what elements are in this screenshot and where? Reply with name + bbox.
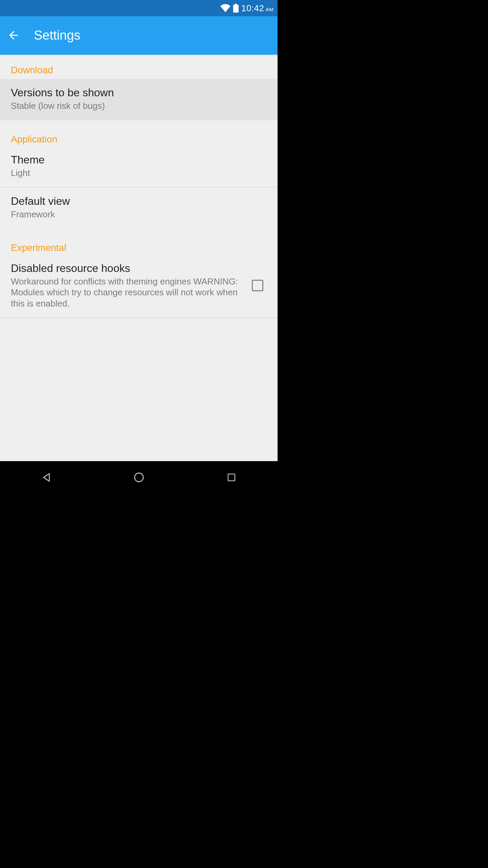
arrow-left-icon: [7, 29, 20, 42]
appbar: Settings: [0, 16, 278, 55]
row-theme[interactable]: Theme Light: [0, 146, 278, 188]
screen: 10:42 AM Settings Download Versions to b…: [0, 0, 278, 494]
settings-content[interactable]: Download Versions to be shown Stable (lo…: [0, 55, 278, 461]
status-time-value: 10:42: [241, 3, 264, 14]
nav-back-button[interactable]: [30, 461, 63, 494]
page-title: Settings: [34, 28, 80, 43]
svg-rect-1: [233, 5, 239, 13]
row-subtitle: Framework: [11, 209, 267, 220]
square-recent-icon: [226, 472, 237, 482]
svg-point-2: [135, 473, 143, 482]
section-header-experimental: Experimental: [0, 229, 278, 255]
disabled-resource-hooks-checkbox[interactable]: [252, 280, 263, 291]
circle-home-icon: [133, 472, 145, 483]
row-versions-to-be-shown[interactable]: Versions to be shown Stable (low risk of…: [0, 79, 278, 120]
svg-rect-3: [228, 474, 235, 481]
row-subtitle: Stable (low risk of bugs): [11, 100, 267, 112]
wifi-icon: [220, 4, 230, 12]
divider: [0, 318, 278, 318]
row-subtitle: Workaround for conflicts with theming en…: [11, 276, 246, 309]
row-default-view[interactable]: Default view Framework: [0, 188, 278, 229]
svg-rect-0: [235, 4, 237, 5]
system-nav-bar: [0, 461, 278, 494]
row-title: Versions to be shown: [11, 86, 267, 99]
nav-recent-button[interactable]: [215, 461, 248, 494]
row-title: Theme: [11, 154, 267, 166]
row-disabled-resource-hooks[interactable]: Disabled resource hooks Workaround for c…: [0, 255, 278, 318]
section-header-download: Download: [0, 55, 278, 77]
back-button[interactable]: [5, 27, 22, 43]
row-subtitle: Light: [11, 167, 267, 179]
status-time: 10:42 AM: [241, 3, 273, 14]
appbar-shadow: [0, 54, 278, 55]
status-bar: 10:42 AM: [0, 0, 278, 16]
nav-home-button[interactable]: [123, 461, 155, 494]
battery-icon: [233, 4, 239, 13]
section-header-application: Application: [0, 120, 278, 146]
status-time-ampm: AM: [266, 6, 274, 12]
row-title: Default view: [11, 195, 267, 208]
row-title: Disabled resource hooks: [11, 262, 246, 275]
triangle-back-icon: [41, 472, 52, 483]
